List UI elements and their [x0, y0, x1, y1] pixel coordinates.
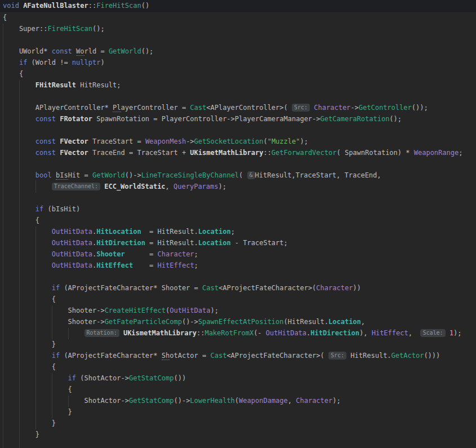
code-line[interactable]: OutHitData.HitEffect = HitEffect; [0, 260, 476, 271]
code-token: ayerController = [121, 104, 190, 112]
code-token: ); [453, 329, 461, 337]
code-line[interactable]: const FRotator SpawnRotation = PlayerCon… [0, 113, 476, 125]
code-line[interactable]: { [0, 384, 476, 395]
inline-parameter-hint: Rotation: [84, 329, 119, 337]
code-token: - TraceStart; [231, 239, 288, 247]
code-line[interactable] [0, 125, 476, 136]
code-line[interactable]: Rotation: UKismetMathLibrary::MakeRotFro… [0, 327, 476, 339]
code-line[interactable]: APlayerController* PlayerController = Ca… [0, 102, 476, 113]
code-token [3, 239, 52, 247]
code-token: if [35, 205, 43, 213]
code-token: FHitResult [35, 81, 76, 89]
code-line[interactable]: Super::FireHitScan(); [0, 23, 476, 34]
code-token: rld = [84, 47, 109, 55]
code-line[interactable]: FHitResult HitResult; [0, 79, 476, 91]
code-token: if [52, 352, 60, 360]
code-line[interactable]: } [0, 406, 476, 418]
code-token: Character [316, 284, 353, 292]
code-line[interactable]: if (AProjectFateCharacter* Shooter = Cas… [0, 282, 476, 294]
code-token: bool [35, 171, 52, 179]
code-line[interactable]: Shooter->GetFateParticleComp()->SpawnEff… [0, 316, 476, 327]
code-line[interactable]: OutHitData.Shooter = Character; [0, 249, 476, 260]
code-token: OutHitData [170, 307, 210, 314]
code-line[interactable]: { [0, 361, 476, 372]
code-line[interactable] [0, 34, 476, 46]
code-line[interactable]: ShotActor->GetStatComp()->LowerHealth(We… [0, 395, 476, 406]
code-token: HitEffect [372, 329, 408, 337]
code-token: Shooter-> [3, 307, 105, 314]
code-token: , [408, 329, 421, 337]
code-token: ( SpawnRotation) * [336, 149, 413, 157]
code-token: if [68, 374, 76, 382]
code-token: <APlayerController>( [206, 104, 292, 112]
code-editor[interactable]: { Super::FireHitScan(); UWorld* const Wo… [0, 12, 476, 440]
code-line[interactable]: UWorld* const World = GetWorld(); [0, 46, 476, 57]
code-token: Super:: [3, 25, 47, 33]
code-line[interactable]: { [0, 294, 476, 305]
sticky-function-header[interactable]: void AFateNullBlaster::FireHitScan() [0, 0, 476, 12]
code-token: otActor = [170, 352, 210, 360]
code-line[interactable]: if (bIsHit) [0, 203, 476, 215]
code-token: (AProjectFateCharacter* Shooter = [60, 284, 202, 292]
code-token: void [3, 2, 19, 10]
code-token: } [3, 408, 72, 416]
code-line[interactable] [0, 192, 476, 203]
code-line[interactable] [0, 158, 476, 170]
code-token: ()); [412, 104, 428, 112]
code-line[interactable]: bool bIsHit = GetWorld()->LineTraceSingl… [0, 170, 476, 181]
code-token: ()-> [182, 318, 198, 326]
code-token: GetCameraRotation [321, 115, 390, 123]
code-token: ECC_WorldStatic [104, 183, 165, 190]
code-token: Character [314, 104, 350, 112]
code-token: TraceEnd = TraceStart + [88, 149, 190, 157]
code-token: ); [300, 137, 308, 145]
code-token: LineTraceSingleByChannel [141, 171, 239, 179]
code-line[interactable]: Shooter->CreateHitEffect(OutHitData); [0, 305, 476, 316]
code-line[interactable]: if (AProjectFateCharacter* ShotActor = C… [0, 350, 476, 361]
indent-guide [52, 305, 52, 339]
code-line[interactable]: const FVector TraceStart = WeaponMesh->G… [0, 136, 476, 147]
code-token: GetForwardVector [272, 149, 337, 157]
inline-parameter-hint: Src: [328, 352, 346, 360]
code-token: const [35, 137, 56, 145]
code-line[interactable]: OutHitData.HitDirection = HitResult.Loca… [0, 237, 476, 249]
indent-guide [52, 373, 52, 418]
code-token: HitResult,TraceStart, TraceEnd, [255, 171, 381, 179]
code-line[interactable]: { [0, 215, 476, 226]
code-line[interactable]: OutHitData.HitLocation = HitResult.Locat… [0, 226, 476, 237]
code-token: GetStatComp [129, 374, 174, 382]
code-token: HitResult; [76, 81, 121, 89]
code-line[interactable]: TraceChannel: ECC_WorldStatic, QueryPara… [0, 181, 476, 192]
code-token: SpawnRotation = PlayerController->Player… [92, 115, 321, 123]
code-token: HitDirection [96, 239, 145, 247]
code-line[interactable]: if (World != nullptr) [0, 57, 476, 68]
code-token: QueryParams [174, 183, 218, 190]
code-line[interactable]: if (ShotActor->GetStatComp()) [0, 372, 476, 384]
code-token: Sh [162, 352, 170, 360]
code-line[interactable]: { [0, 68, 476, 79]
code-token: OutHitData [52, 228, 92, 236]
code-token: Wo [76, 47, 84, 56]
code-token: GetSocketLocation [194, 137, 264, 145]
code-line[interactable]: } [0, 418, 476, 429]
code-token: AFateNullBlaster [23, 2, 88, 10]
indent-guide [3, 24, 3, 448]
code-token: Location [198, 239, 231, 247]
code-token [446, 329, 450, 337]
code-line[interactable]: { [0, 12, 476, 23]
code-token: (); [92, 25, 105, 33]
code-token: :: [88, 2, 96, 10]
code-line[interactable]: } [0, 429, 476, 440]
code-token: OutHitData [52, 261, 92, 269]
code-token: LowerHealth [190, 397, 234, 405]
code-token: = [133, 261, 157, 269]
code-line[interactable]: } [0, 339, 476, 350]
code-line[interactable] [0, 271, 476, 282]
code-token: Pl [113, 104, 121, 112]
code-token [3, 59, 19, 66]
code-token: Character [158, 250, 194, 258]
code-line[interactable]: const FVector TraceEnd = TraceStart + UK… [0, 147, 476, 158]
code-token: HitEffect [96, 261, 133, 269]
code-token [3, 329, 84, 337]
code-line[interactable] [0, 91, 476, 102]
